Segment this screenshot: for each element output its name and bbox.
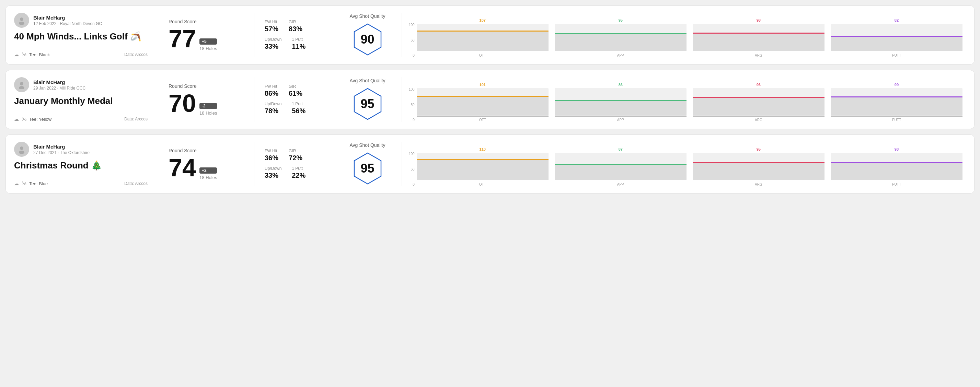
middle-section-1: Round Score 77 +5 18 Holes: [158, 13, 255, 57]
one-putt-stat-3: 1 Putt 22%: [292, 166, 305, 179]
bar-wrapper-ott: [417, 153, 549, 180]
score-number-2: 70: [169, 91, 196, 116]
bar-label-arg: ARG: [755, 182, 762, 186]
tee-label-1: Tee: Black: [29, 52, 50, 57]
user-name-2: Blair McHarg: [33, 79, 86, 85]
score-badge-2: -2: [199, 103, 217, 109]
score-number-3: 74: [169, 155, 196, 180]
fw-hit-label-3: FW Hit: [265, 149, 278, 153]
updown-label-2: Up/Down: [265, 102, 282, 106]
user-info-3: Blair McHarg 27 Dec 2021 · The Oxfordshi…: [14, 142, 148, 157]
fw-hit-stat-2: FW Hit 86%: [265, 84, 278, 97]
middle-section-2: Round Score 70 -2 18 Holes: [158, 77, 255, 122]
user-name-3: Blair McHarg: [33, 144, 89, 149]
bar-wrapper-arg: [693, 88, 824, 116]
updown-label-1: Up/Down: [265, 37, 282, 42]
data-source-2: Data: Arccos: [124, 117, 148, 121]
gir-value-3: 72%: [289, 154, 302, 162]
holes-label-2: 18 Holes: [199, 111, 217, 116]
bar-label-app: APP: [617, 54, 624, 57]
bar-label-putt: PUTT: [892, 54, 901, 57]
quality-section-3: Avg Shot Quality 95: [333, 142, 402, 186]
tee-info-2: ☁ 🌬 Tee: Yellow: [14, 116, 51, 122]
tee-label-3: Tee: Blue: [29, 181, 48, 186]
avatar-1: [14, 13, 29, 28]
bar-value-app: 87: [619, 147, 623, 151]
chart-column-ott: 101 OTT: [417, 82, 549, 122]
bottom-meta-3: ☁ 🌬 Tee: Blue Data: Arccos: [14, 181, 148, 186]
gir-label-1: GIR: [289, 19, 302, 24]
fw-hit-stat-1: FW Hit 57%: [265, 19, 278, 33]
chart-section-3: 100 50 0 110 OTT 87: [402, 142, 966, 186]
one-putt-value-1: 11%: [292, 43, 305, 51]
round-card-3: Blair McHarg 27 Dec 2021 · The Oxfordshi…: [5, 135, 975, 194]
bar-value-app: 86: [619, 82, 623, 87]
gir-stat-2: GIR 61%: [289, 84, 302, 97]
user-info-2: Blair McHarg 29 Jan 2022 · Mill Ride GCC: [14, 77, 148, 92]
one-putt-label-3: 1 Putt: [292, 166, 305, 171]
round-score-label-1: Round Score: [169, 19, 244, 24]
cloud-icon-2: ☁: [14, 116, 19, 122]
user-date-course-1: 12 Feb 2022 · Royal North Devon GC: [33, 21, 102, 26]
one-putt-label-1: 1 Putt: [292, 37, 305, 42]
avatar-2: [14, 77, 29, 92]
stats-section-2: FW Hit 86% GIR 61% Up/Down 78% 1 Putt 56…: [255, 77, 333, 122]
user-info-1: Blair McHarg 12 Feb 2022 · Royal North D…: [14, 13, 148, 28]
chart-section-2: 100 50 0 101 OTT 86: [402, 77, 966, 122]
updown-stat-2: Up/Down 78%: [265, 102, 282, 115]
bar-wrapper-app: [555, 88, 687, 116]
chart-column-app: 87 APP: [555, 147, 687, 186]
score-row-1: 77 +5 18 Holes: [169, 26, 244, 51]
fw-hit-value-3: 36%: [265, 154, 278, 162]
quality-score-1: 90: [360, 32, 374, 47]
gir-value-1: 83%: [289, 25, 302, 33]
bar-wrapper-arg: [693, 24, 824, 51]
quality-score-2: 95: [360, 97, 374, 111]
svg-point-4: [20, 146, 23, 150]
updown-stat-3: Up/Down 33%: [265, 166, 282, 179]
one-putt-label-2: 1 Putt: [292, 102, 305, 106]
bottom-meta-2: ☁ 🌬 Tee: Yellow Data: Arccos: [14, 116, 148, 122]
left-section-1: Blair McHarg 12 Feb 2022 · Royal North D…: [14, 13, 158, 57]
score-badge-holes-3: +2 18 Holes: [199, 167, 217, 180]
svg-point-5: [19, 151, 24, 154]
bar-value-ott: 101: [479, 82, 486, 87]
gir-stat-3: GIR 72%: [289, 149, 302, 162]
bar-label-app: APP: [617, 182, 624, 186]
user-date-course-3: 27 Dec 2021 · The Oxfordshire: [33, 150, 89, 155]
chart-column-arg: 95 ARG: [693, 147, 824, 186]
fw-hit-value-1: 57%: [265, 25, 278, 33]
chart-column-putt: 82 PUTT: [831, 18, 963, 57]
fw-hit-label-2: FW Hit: [265, 84, 278, 89]
holes-label-1: 18 Holes: [199, 46, 217, 51]
stats-top-row-1: FW Hit 57% GIR 83%: [265, 19, 323, 33]
svg-point-3: [19, 86, 24, 89]
one-putt-stat-2: 1 Putt 56%: [292, 102, 305, 115]
svg-point-0: [20, 17, 23, 21]
score-badge-holes-1: +5 18 Holes: [199, 38, 217, 51]
middle-section-3: Round Score 74 +2 18 Holes: [158, 142, 255, 186]
bar-wrapper-putt: [831, 153, 963, 180]
data-source-1: Data: Arccos: [124, 52, 148, 57]
round-score-label-2: Round Score: [169, 83, 244, 89]
bar-label-ott: OTT: [479, 182, 486, 186]
bar-label-putt: PUTT: [892, 118, 901, 122]
quality-label-3: Avg Shot Quality: [350, 143, 385, 148]
bar-value-putt: 82: [894, 18, 899, 22]
updown-value-3: 33%: [265, 171, 282, 179]
chart-column-arg: 96 ARG: [693, 82, 824, 122]
quality-score-3: 95: [360, 161, 374, 176]
gir-value-2: 61%: [289, 90, 302, 97]
chart-column-putt: 93 PUTT: [831, 147, 963, 186]
bar-wrapper-arg: [693, 153, 824, 180]
svg-point-1: [19, 22, 24, 25]
quality-label-2: Avg Shot Quality: [350, 78, 385, 83]
chart-column-ott: 107 OTT: [417, 18, 549, 57]
one-putt-value-3: 22%: [292, 171, 305, 179]
one-putt-stat-1: 1 Putt 11%: [292, 37, 305, 51]
bar-wrapper-ott: [417, 24, 549, 51]
user-date-course-2: 29 Jan 2022 · Mill Ride GCC: [33, 86, 86, 90]
bar-value-putt: 93: [894, 147, 899, 151]
cloud-icon-1: ☁: [14, 52, 19, 57]
gir-stat-1: GIR 83%: [289, 19, 302, 33]
